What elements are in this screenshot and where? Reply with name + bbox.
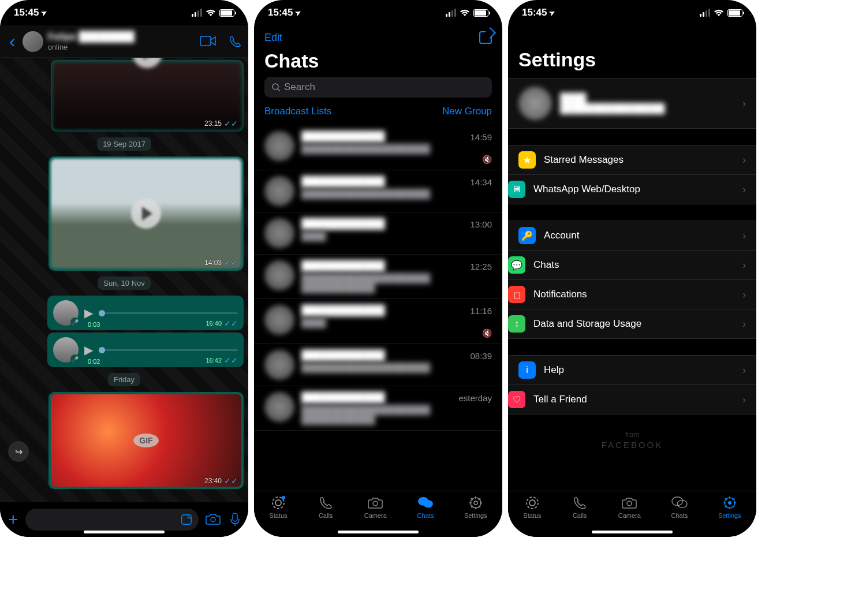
attach-button[interactable]: + — [8, 510, 18, 529]
chevron-right-icon: › — [742, 154, 746, 166]
chat-row[interactable]: ████████████13:00████ — [254, 212, 502, 255]
chat-row[interactable]: ████████████esterday████████████████████… — [254, 386, 502, 431]
phone-settings: 15:45➤ Settings ████████████████████ › ★… — [508, 0, 756, 537]
broadcast-lists-link[interactable]: Broadcast Lists — [264, 106, 331, 117]
chevron-right-icon: › — [742, 98, 746, 110]
tab-calls[interactable]: Calls — [318, 495, 334, 519]
settings-chats[interactable]: 💬Chats› — [508, 250, 756, 279]
profile-row[interactable]: ████████████████████ › — [508, 78, 756, 129]
chat-messages[interactable]: 23:15✓✓ 19 Sep 2017 14:03✓✓ Sun, 10 Nov … — [0, 58, 248, 502]
whatsapp-icon: 💬 — [508, 256, 525, 274]
chat-time: 08:39 — [470, 351, 492, 361]
camera-icon — [621, 495, 637, 511]
chat-row[interactable]: ████████████08:39█████████████████████ — [254, 344, 502, 386]
chevron-right-icon: › — [742, 184, 746, 196]
chat-name: ████████████ — [301, 131, 385, 143]
chat-row[interactable]: ████████████14:34█████████████████████ — [254, 170, 502, 212]
video-message[interactable]: 23:15✓✓ — [51, 60, 244, 132]
svg-point-4 — [273, 84, 278, 89]
muted-icon: 🔇 — [301, 328, 492, 338]
sticker-icon[interactable] — [180, 513, 193, 526]
play-icon[interactable] — [132, 58, 162, 68]
voice-track[interactable] — [99, 349, 238, 351]
svg-rect-3 — [233, 513, 237, 521]
voice-avatar: 🎤 — [53, 300, 79, 326]
notification-icon: ◻ — [508, 286, 525, 303]
play-icon[interactable]: ▶ — [84, 306, 93, 320]
status-bar: 15:45➤ — [254, 0, 502, 25]
phone-chat-conversation: 15:45➤ ‹ Felipe ████████ online 23:15✓✓ … — [0, 0, 248, 537]
svg-point-17 — [677, 500, 687, 507]
from-facebook: from FACEBOOK — [508, 431, 756, 450]
battery-icon — [219, 9, 234, 17]
settings-data[interactable]: ↕Data and Storage Usage› — [508, 309, 756, 338]
read-check-icon: ✓✓ — [224, 319, 238, 328]
settings-notifications[interactable]: ◻Notifications› — [508, 279, 756, 309]
star-icon: ★ — [518, 151, 536, 169]
compose-icon[interactable] — [479, 31, 492, 44]
tab-chats[interactable]: Chats — [671, 495, 688, 519]
chat-name: ████████████ — [301, 350, 385, 361]
chat-row[interactable]: ████████████11:16████🔇 — [254, 299, 502, 344]
msg-time: 16:40 — [206, 320, 222, 327]
play-icon[interactable] — [131, 199, 161, 229]
edit-button[interactable]: Edit — [264, 32, 282, 44]
settings-account[interactable]: 🔑Account› — [508, 221, 756, 250]
chat-row[interactable]: ████████████12:25███████████████████████… — [254, 255, 502, 299]
back-button[interactable]: ‹ — [7, 31, 18, 52]
search-input[interactable]: Search — [264, 77, 492, 98]
settings-tell-friend[interactable]: ♡Tell a Friend› — [508, 384, 756, 414]
search-icon — [271, 83, 281, 92]
forward-button[interactable]: ↪ — [8, 441, 29, 462]
tab-bar: Status Calls Camera Chats Settings — [508, 491, 756, 537]
contact-avatar[interactable] — [23, 31, 43, 52]
message-input[interactable] — [25, 509, 199, 531]
chat-preview: █████████████████████ — [301, 144, 492, 154]
tab-calls[interactable]: Calls — [572, 495, 588, 519]
voice-call-icon[interactable] — [229, 35, 241, 48]
svg-point-13 — [527, 497, 538, 509]
settings-help[interactable]: iHelp› — [508, 356, 756, 384]
gif-message[interactable]: GIF 23:40✓✓ — [48, 392, 244, 489]
chat-time: 11:16 — [470, 306, 492, 316]
home-indicator[interactable] — [84, 531, 165, 533]
status-icon — [524, 495, 540, 511]
status-bar: 15:45➤ — [0, 0, 248, 25]
tab-camera[interactable]: Camera — [618, 495, 641, 519]
video-message[interactable]: 14:03✓✓ — [48, 156, 244, 271]
phone-chats-list: 15:45➤ Edit Chats Search Broadcast Lists… — [254, 0, 502, 537]
camera-icon[interactable] — [206, 513, 221, 525]
home-indicator[interactable] — [338, 531, 419, 533]
home-indicator[interactable] — [592, 531, 673, 533]
video-call-icon[interactable] — [200, 35, 216, 47]
read-check-icon: ✓✓ — [224, 119, 238, 128]
tab-status[interactable]: Status — [523, 495, 541, 519]
play-icon[interactable]: ▶ — [84, 343, 93, 357]
settings-starred[interactable]: ★Starred Messages› — [508, 145, 756, 174]
settings-web[interactable]: 🖥WhatsApp Web/Desktop› — [508, 174, 756, 204]
signal-icon — [192, 9, 202, 17]
svg-point-12 — [474, 501, 477, 505]
avatar — [264, 392, 294, 422]
msg-time: 23:15 — [204, 120, 222, 128]
svg-point-14 — [529, 500, 535, 506]
chat-row[interactable]: ████████████14:59█████████████████████🔇 — [254, 125, 502, 170]
tab-camera[interactable]: Camera — [364, 495, 387, 519]
new-group-link[interactable]: New Group — [442, 106, 492, 117]
contact-info[interactable]: Felipe ████████ online — [48, 31, 195, 51]
profile-avatar — [518, 87, 552, 120]
chat-preview: █████████████████████ — [301, 189, 492, 199]
tab-settings[interactable]: Settings — [718, 495, 741, 519]
tab-status[interactable]: Status — [269, 495, 287, 519]
data-icon: ↕ — [508, 315, 525, 333]
voice-track[interactable] — [99, 312, 238, 314]
mic-icon[interactable] — [230, 513, 240, 527]
avatar — [264, 218, 294, 248]
voice-duration: 0:03 — [88, 321, 100, 328]
chat-list[interactable]: ████████████14:59█████████████████████🔇 … — [254, 125, 502, 491]
voice-message[interactable]: 🎤 ▶ 0:03 16:40✓✓ — [47, 296, 244, 330]
tab-settings[interactable]: Settings — [464, 495, 487, 519]
tab-chats[interactable]: Chats — [417, 495, 434, 519]
voice-message[interactable]: 🎤 ▶ 0:02 16:42✓✓ — [47, 333, 244, 367]
read-check-icon: ✓✓ — [224, 258, 238, 267]
